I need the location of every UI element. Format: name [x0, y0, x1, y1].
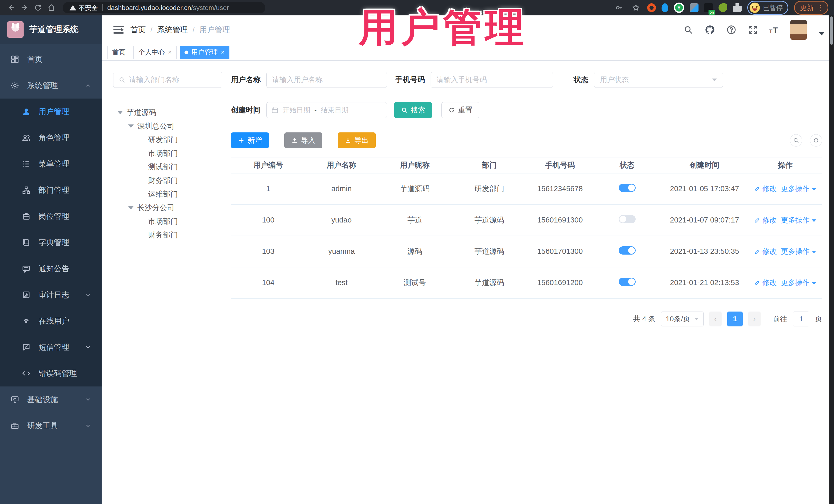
more-actions[interactable]: 更多操作 [781, 184, 816, 194]
breadcrumb-home[interactable]: 首页 [130, 25, 146, 35]
tree-node[interactable]: 芋道源码 [113, 106, 222, 119]
profile-status: 已暂停 [763, 3, 783, 12]
sidebar-item-dept-management[interactable]: 部门管理 [0, 177, 102, 203]
status-toggle[interactable] [619, 278, 636, 286]
sidebar-item-system[interactable]: 系统管理 [0, 72, 102, 98]
tree-node[interactable]: 财务部门 [113, 228, 222, 242]
tab-profile[interactable]: 个人中心 × [133, 46, 177, 59]
extensions-puzzle-icon[interactable] [733, 3, 742, 12]
scrollbar-thumb[interactable] [830, 17, 833, 45]
browser-profile[interactable]: 已暂停 [747, 1, 788, 15]
tree-node[interactable]: 市场部门 [113, 215, 222, 228]
sidebar-item-online-users[interactable]: 在线用户 [0, 308, 102, 334]
chevron-down-icon [85, 422, 91, 429]
sidebar-item-user-management[interactable]: 用户管理 [0, 98, 102, 125]
close-icon[interactable]: × [221, 49, 224, 56]
sidebar-item-role-management[interactable]: 角色管理 [0, 125, 102, 151]
more-actions[interactable]: 更多操作 [781, 247, 816, 256]
tree-node[interactable]: 深圳总公司 [113, 119, 222, 133]
update-button[interactable]: 更新 ⋮ [794, 1, 828, 15]
app-frame: 芋道管理系统 首页 系统管理 [0, 15, 834, 504]
status-toggle[interactable] [619, 184, 636, 192]
security-warning[interactable]: 不安全 [69, 4, 98, 12]
search-button[interactable]: 搜索 [394, 102, 432, 118]
search-icon[interactable] [683, 24, 694, 36]
browser-menu-icon[interactable]: ⋮ [817, 6, 824, 9]
sidebar-item-error-code[interactable]: 错误码管理 [0, 360, 102, 387]
extension-ubuntu-icon[interactable] [647, 3, 656, 12]
edit-action[interactable]: 修改 [754, 247, 777, 256]
tree-node[interactable]: 运维部门 [113, 187, 222, 201]
username-input[interactable] [266, 72, 387, 88]
post-badge-icon [22, 212, 31, 221]
github-icon[interactable] [704, 24, 716, 36]
breadcrumb-section[interactable]: 系统管理 [157, 25, 188, 35]
extension-leaf-icon[interactable] [719, 3, 727, 12]
app-logo[interactable]: 芋道管理系统 [0, 15, 102, 44]
date-range-picker[interactable]: 开始日期 - 结束日期 [266, 102, 387, 118]
sidebar-collapse-icon[interactable] [113, 25, 124, 34]
tab-home[interactable]: 首页 [107, 46, 130, 59]
sidebar-item-menu-management[interactable]: 菜单管理 [0, 151, 102, 177]
sidebar-item-audit-log[interactable]: 审计日志 [0, 282, 102, 308]
status-select[interactable]: 用户状态 [594, 72, 723, 88]
address-bar[interactable]: 不安全 dashboard.yudao.iocoder.cn/system/us… [63, 2, 265, 13]
dept-search-box[interactable] [113, 72, 222, 88]
status-toggle[interactable] [619, 246, 636, 255]
home-icon[interactable] [46, 2, 57, 13]
tree-node[interactable]: 研发部门 [113, 133, 222, 147]
bookmark-star-icon[interactable] [630, 2, 641, 13]
tree-node[interactable]: 长沙分公司 [113, 201, 222, 215]
user-avatar[interactable] [790, 20, 807, 40]
expand-arrow-icon[interactable] [128, 125, 134, 128]
edit-action[interactable]: 修改 [754, 278, 777, 288]
mobile-input[interactable] [431, 72, 553, 88]
sidebar-item-dev-tools[interactable]: 研发工具 [0, 413, 102, 439]
forward-icon[interactable] [19, 2, 30, 13]
extension-green-icon[interactable]: Y [674, 3, 684, 13]
font-size-icon[interactable]: TT [769, 24, 780, 36]
reset-button[interactable]: 重置 [441, 102, 479, 118]
prev-page-button[interactable]: ‹ [709, 311, 722, 326]
password-key-icon[interactable] [613, 2, 624, 13]
tab-user-management[interactable]: 用户管理 × [180, 46, 229, 59]
edit-action[interactable]: 修改 [754, 215, 777, 225]
extension-switchyomega-icon[interactable] [704, 3, 713, 12]
extension-grid-icon[interactable] [690, 3, 699, 12]
more-actions[interactable]: 更多操作 [781, 215, 816, 225]
page-scrollbar[interactable] [829, 15, 834, 504]
current-page-button[interactable]: 1 [727, 311, 743, 326]
fullscreen-icon[interactable] [747, 24, 759, 36]
reload-icon[interactable] [32, 2, 44, 13]
status-toggle[interactable] [619, 215, 636, 223]
sidebar-item-post-management[interactable]: 岗位管理 [0, 203, 102, 229]
help-icon[interactable] [726, 24, 737, 36]
chevron-down-icon [85, 344, 91, 351]
sidebar-item-home[interactable]: 首页 [0, 46, 102, 72]
expand-arrow-icon[interactable] [128, 206, 134, 210]
back-icon[interactable] [6, 2, 17, 13]
page-size-select[interactable]: 10条/页 [661, 311, 704, 326]
goto-page-input[interactable] [793, 311, 809, 326]
sidebar-item-infrastructure[interactable]: 基础设施 [0, 387, 102, 413]
add-button[interactable]: 新增 [231, 132, 269, 148]
sidebar-item-dict-management[interactable]: 字典管理 [0, 229, 102, 256]
more-actions[interactable]: 更多操作 [781, 278, 816, 288]
import-button[interactable]: 导入 [284, 132, 322, 148]
tree-node[interactable]: 市场部门 [113, 147, 222, 160]
edit-action[interactable]: 修改 [754, 184, 777, 194]
sidebar-item-notice[interactable]: 通知公告 [0, 256, 102, 282]
export-button[interactable]: 导出 [338, 132, 376, 148]
dictionary-icon [22, 238, 31, 247]
refresh-table-icon[interactable] [810, 134, 822, 147]
avatar-dropdown-caret-icon[interactable] [819, 32, 825, 36]
tree-node[interactable]: 测试部门 [113, 160, 222, 174]
dept-search-input[interactable] [129, 76, 217, 84]
tree-node[interactable]: 财务部门 [113, 174, 222, 187]
extension-drop-icon[interactable] [662, 3, 668, 12]
close-icon[interactable]: × [168, 49, 172, 56]
expand-arrow-icon[interactable] [117, 111, 123, 114]
toggle-search-icon[interactable] [790, 134, 802, 147]
next-page-button[interactable]: › [748, 311, 761, 326]
sidebar-item-sms-management[interactable]: 短信管理 [0, 334, 102, 360]
